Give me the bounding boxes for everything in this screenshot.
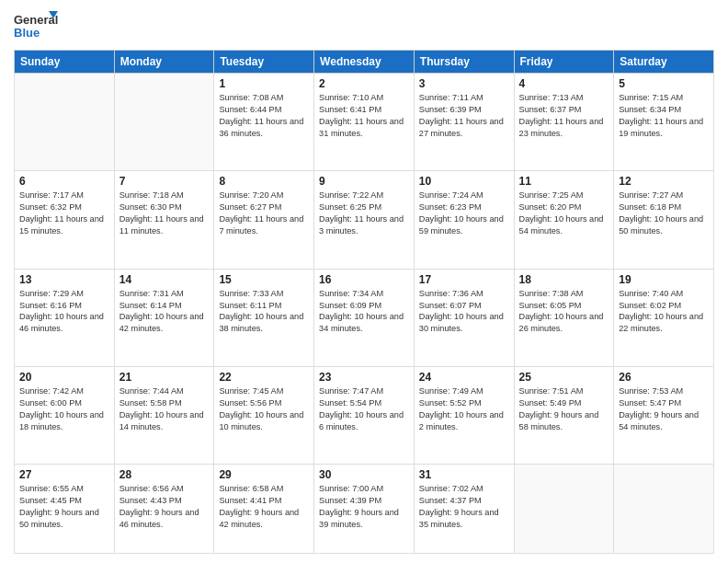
day-number: 25 — [519, 371, 609, 384]
calendar-cell: 26Sunrise: 7:53 AMSunset: 5:47 PMDayligh… — [614, 366, 714, 464]
day-number: 26 — [619, 371, 709, 384]
calendar-table: SundayMondayTuesdayWednesdayThursdayFrid… — [14, 50, 714, 554]
calendar-cell: 27Sunrise: 6:55 AMSunset: 4:45 PMDayligh… — [15, 465, 115, 554]
calendar-cell: 12Sunrise: 7:27 AMSunset: 6:18 PMDayligh… — [614, 171, 714, 269]
day-number: 9 — [319, 175, 409, 188]
day-content: Sunrise: 7:08 AMSunset: 6:44 PMDaylight:… — [219, 92, 309, 140]
calendar-cell: 13Sunrise: 7:29 AMSunset: 6:16 PMDayligh… — [15, 269, 115, 366]
calendar-cell: 7Sunrise: 7:18 AMSunset: 6:30 PMDaylight… — [114, 171, 214, 269]
logo-svg: General Blue — [14, 9, 60, 44]
calendar-cell — [514, 465, 614, 554]
calendar-cell: 22Sunrise: 7:45 AMSunset: 5:56 PMDayligh… — [214, 366, 314, 464]
day-content: Sunrise: 7:17 AMSunset: 6:32 PMDaylight:… — [19, 190, 109, 237]
calendar-cell: 29Sunrise: 6:58 AMSunset: 4:41 PMDayligh… — [214, 465, 314, 554]
day-number: 17 — [419, 273, 509, 286]
day-number: 30 — [319, 468, 409, 481]
day-content: Sunrise: 7:31 AMSunset: 6:14 PMDaylight:… — [119, 288, 210, 336]
week-row-5: 27Sunrise: 6:55 AMSunset: 4:45 PMDayligh… — [15, 465, 714, 554]
calendar-cell: 28Sunrise: 6:56 AMSunset: 4:43 PMDayligh… — [114, 465, 214, 554]
day-number: 16 — [319, 273, 409, 286]
day-content: Sunrise: 7:45 AMSunset: 5:56 PMDaylight:… — [219, 385, 309, 433]
week-row-2: 6Sunrise: 7:17 AMSunset: 6:32 PMDaylight… — [15, 171, 714, 269]
calendar-page: General Blue SundayMondayTuesdayWednesda… — [0, 0, 728, 563]
day-content: Sunrise: 7:02 AMSunset: 4:37 PMDaylight:… — [419, 483, 509, 531]
calendar-cell: 30Sunrise: 7:00 AMSunset: 4:39 PMDayligh… — [314, 465, 415, 554]
day-content: Sunrise: 6:55 AMSunset: 4:45 PMDaylight:… — [19, 483, 109, 531]
week-row-4: 20Sunrise: 7:42 AMSunset: 6:00 PMDayligh… — [15, 366, 714, 464]
day-number: 29 — [219, 468, 309, 481]
day-content: Sunrise: 7:18 AMSunset: 6:30 PMDaylight:… — [119, 190, 210, 237]
day-number: 31 — [419, 468, 509, 481]
day-content: Sunrise: 7:15 AMSunset: 6:34 PMDaylight:… — [619, 92, 709, 140]
header-day-friday: Friday — [514, 51, 614, 74]
day-number: 7 — [119, 175, 210, 188]
calendar-cell — [15, 74, 115, 171]
day-content: Sunrise: 7:20 AMSunset: 6:27 PMDaylight:… — [219, 190, 309, 237]
day-content: Sunrise: 7:13 AMSunset: 6:37 PMDaylight:… — [519, 92, 609, 140]
day-number: 1 — [219, 77, 309, 90]
day-number: 11 — [519, 175, 609, 188]
svg-text:Blue: Blue — [14, 26, 40, 40]
day-number: 14 — [119, 273, 210, 286]
day-number: 10 — [419, 175, 509, 188]
day-content: Sunrise: 7:36 AMSunset: 6:07 PMDaylight:… — [419, 288, 509, 336]
day-number: 4 — [519, 77, 609, 90]
header-row: SundayMondayTuesdayWednesdayThursdayFrid… — [15, 51, 714, 74]
day-number: 2 — [319, 77, 409, 90]
calendar-cell: 9Sunrise: 7:22 AMSunset: 6:25 PMDaylight… — [314, 171, 415, 269]
day-number: 8 — [219, 175, 309, 188]
calendar-cell: 14Sunrise: 7:31 AMSunset: 6:14 PMDayligh… — [114, 269, 214, 366]
day-number: 20 — [19, 371, 109, 384]
day-content: Sunrise: 7:40 AMSunset: 6:02 PMDaylight:… — [619, 288, 709, 336]
day-content: Sunrise: 7:53 AMSunset: 5:47 PMDaylight:… — [619, 385, 709, 433]
calendar-cell: 31Sunrise: 7:02 AMSunset: 4:37 PMDayligh… — [414, 465, 514, 554]
day-number: 23 — [319, 371, 409, 384]
day-content: Sunrise: 7:11 AMSunset: 6:39 PMDaylight:… — [419, 92, 509, 140]
calendar-cell: 11Sunrise: 7:25 AMSunset: 6:20 PMDayligh… — [514, 171, 614, 269]
calendar-cell: 20Sunrise: 7:42 AMSunset: 6:00 PMDayligh… — [15, 366, 115, 464]
calendar-cell: 1Sunrise: 7:08 AMSunset: 6:44 PMDaylight… — [214, 74, 314, 171]
calendar-cell — [614, 465, 714, 554]
day-content: Sunrise: 7:33 AMSunset: 6:11 PMDaylight:… — [219, 288, 309, 336]
calendar-cell: 3Sunrise: 7:11 AMSunset: 6:39 PMDaylight… — [414, 74, 514, 171]
calendar-cell: 5Sunrise: 7:15 AMSunset: 6:34 PMDaylight… — [614, 74, 714, 171]
calendar-cell: 21Sunrise: 7:44 AMSunset: 5:58 PMDayligh… — [114, 366, 214, 464]
day-content: Sunrise: 7:51 AMSunset: 5:49 PMDaylight:… — [519, 385, 609, 433]
header-day-thursday: Thursday — [414, 51, 514, 74]
day-number: 15 — [219, 273, 309, 286]
day-content: Sunrise: 6:56 AMSunset: 4:43 PMDaylight:… — [119, 483, 210, 531]
calendar-cell: 16Sunrise: 7:34 AMSunset: 6:09 PMDayligh… — [314, 269, 415, 366]
header-day-saturday: Saturday — [614, 51, 714, 74]
day-number: 27 — [19, 468, 109, 481]
day-number: 13 — [19, 273, 109, 286]
calendar-cell: 8Sunrise: 7:20 AMSunset: 6:27 PMDaylight… — [214, 171, 314, 269]
week-row-1: 1Sunrise: 7:08 AMSunset: 6:44 PMDaylight… — [15, 74, 714, 171]
week-row-3: 13Sunrise: 7:29 AMSunset: 6:16 PMDayligh… — [15, 269, 714, 366]
calendar-cell: 6Sunrise: 7:17 AMSunset: 6:32 PMDaylight… — [15, 171, 115, 269]
day-number: 22 — [219, 371, 309, 384]
calendar-cell — [114, 74, 214, 171]
day-content: Sunrise: 6:58 AMSunset: 4:41 PMDaylight:… — [219, 483, 309, 531]
calendar-cell: 4Sunrise: 7:13 AMSunset: 6:37 PMDaylight… — [514, 74, 614, 171]
day-number: 6 — [19, 175, 109, 188]
day-number: 3 — [419, 77, 509, 90]
day-content: Sunrise: 7:44 AMSunset: 5:58 PMDaylight:… — [119, 385, 210, 433]
calendar-cell: 15Sunrise: 7:33 AMSunset: 6:11 PMDayligh… — [214, 269, 314, 366]
day-content: Sunrise: 7:34 AMSunset: 6:09 PMDaylight:… — [319, 288, 409, 336]
calendar-cell: 23Sunrise: 7:47 AMSunset: 5:54 PMDayligh… — [314, 366, 415, 464]
calendar-cell: 17Sunrise: 7:36 AMSunset: 6:07 PMDayligh… — [414, 269, 514, 366]
day-content: Sunrise: 7:22 AMSunset: 6:25 PMDaylight:… — [319, 190, 409, 237]
day-content: Sunrise: 7:00 AMSunset: 4:39 PMDaylight:… — [319, 483, 409, 531]
header: General Blue — [14, 9, 714, 44]
day-number: 21 — [119, 371, 210, 384]
header-day-monday: Monday — [114, 51, 214, 74]
day-number: 12 — [619, 175, 709, 188]
day-content: Sunrise: 7:38 AMSunset: 6:05 PMDaylight:… — [519, 288, 609, 336]
day-number: 24 — [419, 371, 509, 384]
logo: General Blue — [14, 9, 60, 44]
day-number: 18 — [519, 273, 609, 286]
calendar-cell: 19Sunrise: 7:40 AMSunset: 6:02 PMDayligh… — [614, 269, 714, 366]
day-content: Sunrise: 7:25 AMSunset: 6:20 PMDaylight:… — [519, 190, 609, 237]
calendar-cell: 25Sunrise: 7:51 AMSunset: 5:49 PMDayligh… — [514, 366, 614, 464]
day-content: Sunrise: 7:10 AMSunset: 6:41 PMDaylight:… — [319, 92, 409, 140]
